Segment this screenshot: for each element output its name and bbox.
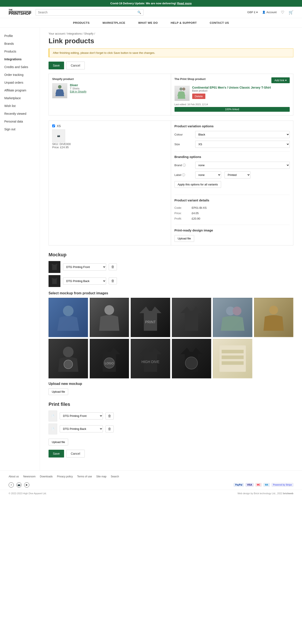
brand-info-icon[interactable]: i bbox=[183, 164, 186, 166]
variant-price: Price: £24.95 bbox=[52, 146, 167, 149]
breadcrumb-integrations[interactable]: Integrations bbox=[67, 32, 82, 35]
product-image-11[interactable] bbox=[213, 339, 252, 378]
breadcrumb-shopify[interactable]: Shopify bbox=[84, 32, 93, 35]
shopify-product-name[interactable]: Diver bbox=[70, 83, 87, 87]
search-icon[interactable]: 🔍 bbox=[138, 10, 141, 14]
brickweb-name: brickweb bbox=[283, 492, 293, 495]
label-info-icon[interactable]: i bbox=[182, 173, 185, 176]
colour-select[interactable]: Black bbox=[195, 131, 290, 138]
footer-terms[interactable]: Terms of use bbox=[77, 475, 92, 478]
footer-search[interactable]: Search bbox=[111, 475, 119, 478]
instagram-icon[interactable]: 📷 bbox=[16, 482, 21, 488]
svg-rect-17 bbox=[222, 356, 244, 359]
print-file-delete-front[interactable]: 🗑 bbox=[106, 412, 114, 420]
facebook-icon[interactable]: f bbox=[9, 482, 14, 488]
nav-products[interactable]: PRODUCTS bbox=[73, 21, 90, 24]
sidebar-item-personal-data[interactable]: Personal data bbox=[0, 118, 40, 125]
apply-options-button[interactable]: Apply this options for all variants bbox=[174, 181, 221, 188]
logo-printshop: PRINTSHOP bbox=[9, 11, 31, 16]
nav-marketplace[interactable]: MARKETPLACE bbox=[103, 21, 125, 24]
footer-downloads[interactable]: Downloads bbox=[40, 475, 53, 478]
save-button-top[interactable]: Save bbox=[48, 62, 64, 69]
mockup-delete-front[interactable]: 🗑 bbox=[109, 264, 117, 270]
product-image-4[interactable] bbox=[172, 298, 211, 337]
svg-point-8 bbox=[269, 306, 278, 314]
cancel-button-bottom[interactable]: Cancel bbox=[66, 450, 85, 458]
product-image-10[interactable] bbox=[172, 339, 211, 378]
label-select2[interactable]: Printed bbox=[225, 171, 250, 178]
banner-link[interactable]: Read more bbox=[177, 2, 191, 5]
sidebar-item-order-tracking[interactable]: Order tracking bbox=[0, 71, 40, 79]
print-file-select-front[interactable]: DTG Printing Front bbox=[60, 412, 103, 420]
product-image-6[interactable] bbox=[254, 298, 294, 337]
sidebar-item-credits[interactable]: Credits and Sales bbox=[0, 63, 40, 71]
variant-sku: SKU: DIVE000 Price: £24.95 bbox=[52, 142, 167, 149]
label-select1[interactable]: none bbox=[195, 171, 221, 178]
mockup-select-front[interactable]: DTG Printing Front bbox=[63, 264, 106, 270]
nav-help[interactable]: HELP & SUPPORT bbox=[171, 21, 197, 24]
youtube-icon[interactable]: ▶ bbox=[24, 482, 29, 488]
cancel-button-top[interactable]: Cancel bbox=[66, 62, 85, 69]
nav-what-we-do[interactable]: WHAT WE DO bbox=[138, 21, 158, 24]
footer-newsroom[interactable]: Newsroom bbox=[23, 475, 35, 478]
svg-point-7 bbox=[233, 306, 241, 315]
upload-print-file-button[interactable]: Upload file bbox=[48, 439, 68, 446]
upload-file-button-variant[interactable]: Upload file bbox=[174, 235, 194, 242]
sidebar-item-recently-viewed[interactable]: Recently viewed bbox=[0, 110, 40, 118]
sidebar-item-brands[interactable]: Brands bbox=[0, 40, 40, 48]
product-image-9[interactable]: HIGH DIVE bbox=[131, 339, 170, 378]
wishlist-icon[interactable]: ♡ bbox=[281, 10, 284, 15]
sidebar-item-products[interactable]: Products bbox=[0, 48, 40, 55]
sidebar-item-unpaid[interactable]: Unpaid orders bbox=[0, 79, 40, 86]
account-label: Account bbox=[266, 10, 277, 14]
product-image-8[interactable]: LOGO bbox=[90, 339, 129, 378]
svg-point-2 bbox=[182, 88, 185, 90]
print-file-placeholder-1: 📄 bbox=[52, 415, 54, 417]
print-file-row-2: 📄 DTG Printing Back 🗑 bbox=[48, 424, 293, 434]
print-file-select-back[interactable]: DTG Printing Back bbox=[60, 425, 103, 432]
size-select[interactable]: XS bbox=[195, 141, 290, 148]
last-edited-text: Last edited: 16 Feb 2023, 12:14 bbox=[174, 103, 290, 106]
svg-point-3 bbox=[63, 306, 74, 316]
product-image-2[interactable] bbox=[90, 298, 129, 337]
logo: THE PRINTSHOP bbox=[9, 9, 31, 16]
account-button[interactable]: 👤 Account bbox=[262, 10, 277, 14]
sidebar-item-wishlist[interactable]: Wish list bbox=[0, 102, 40, 110]
product-image-1[interactable] bbox=[48, 298, 88, 337]
brand-select[interactable]: none bbox=[195, 162, 290, 169]
product-image-5[interactable] bbox=[213, 298, 252, 337]
breadcrumb: Your account / Integrations / Shopify / bbox=[48, 32, 293, 35]
product-image-3[interactable]: PRINT bbox=[131, 298, 170, 337]
upload-mockup-button[interactable]: Upload file bbox=[48, 388, 68, 395]
sidebar-item-affiliate[interactable]: Affiliate program bbox=[0, 86, 40, 94]
footer-sitemap[interactable]: Site map bbox=[96, 475, 106, 478]
sidebar-item-marketplace[interactable]: Marketplace bbox=[0, 94, 40, 102]
search-input[interactable] bbox=[38, 10, 136, 14]
branding-options-title: Branding options bbox=[174, 155, 290, 158]
cart-icon[interactable]: 🛒 bbox=[289, 10, 293, 15]
nav-contact[interactable]: CONTACT US bbox=[210, 21, 229, 24]
add-link-button[interactable]: Add link ▾ bbox=[271, 77, 290, 83]
sidebar-item-integrations[interactable]: Integrations bbox=[0, 55, 40, 63]
mockup-select-back[interactable]: DTG Printing Back bbox=[63, 278, 106, 284]
sidebar-item-sign-out[interactable]: Sign out bbox=[0, 125, 40, 133]
variant-left: XS 📷 SKU: DIVE000 Price: £24.95 bbox=[49, 121, 171, 245]
variant-checkbox[interactable] bbox=[52, 124, 55, 127]
search-bar[interactable]: 🔍 bbox=[36, 9, 144, 16]
mockup-delete-back[interactable]: 🗑 bbox=[109, 278, 117, 284]
svg-rect-18 bbox=[222, 361, 244, 365]
header: THE PRINTSHOP 🔍 GBP £ ▾ 👤 Account ♡ 🛒 bbox=[0, 7, 302, 18]
printshop-product-name[interactable]: Continental EP01 Men's / Unisex Classic … bbox=[192, 86, 271, 89]
save-button-bottom[interactable]: Save bbox=[48, 450, 64, 458]
sidebar-item-profile[interactable]: Profile bbox=[0, 32, 40, 40]
product-image-7[interactable] bbox=[48, 339, 88, 378]
footer-about[interactable]: About us bbox=[9, 475, 19, 478]
edit-in-shopify-link[interactable]: Edit in Shopify bbox=[70, 90, 87, 93]
breadcrumb-account[interactable]: Your account bbox=[48, 32, 65, 35]
action-buttons-top: Save Cancel bbox=[48, 62, 293, 69]
upload-mockup-title: Upload new mockup bbox=[48, 382, 293, 386]
currency-selector[interactable]: GBP £ ▾ bbox=[247, 10, 258, 14]
print-file-delete-back[interactable]: 🗑 bbox=[106, 426, 114, 432]
footer-privacy[interactable]: Privacy policy bbox=[57, 475, 73, 478]
delete-button[interactable]: Delete bbox=[192, 94, 206, 99]
